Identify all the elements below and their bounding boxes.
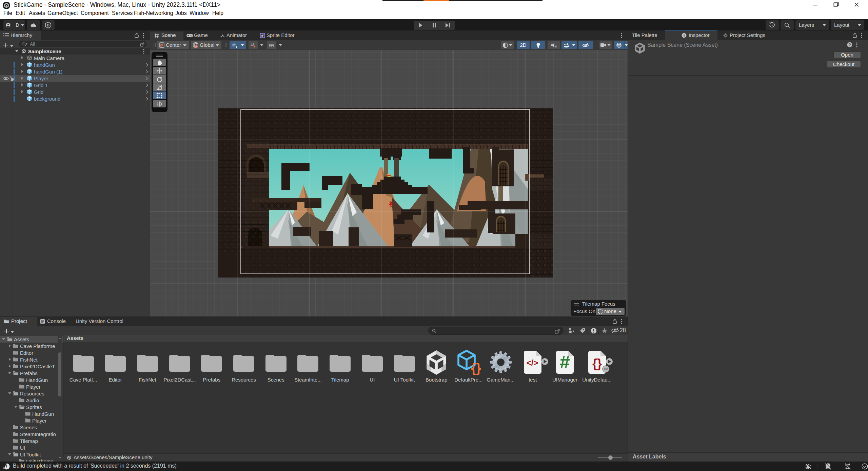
svg-text:{}: {} (471, 361, 481, 375)
svg-text:?: ? (849, 43, 851, 47)
svg-text:D: D (47, 23, 49, 27)
svg-text:</>: </> (527, 358, 538, 367)
svg-text:{}: {} (592, 356, 602, 370)
svg-text:Y: Y (236, 45, 237, 48)
svg-text:#: # (560, 352, 570, 372)
